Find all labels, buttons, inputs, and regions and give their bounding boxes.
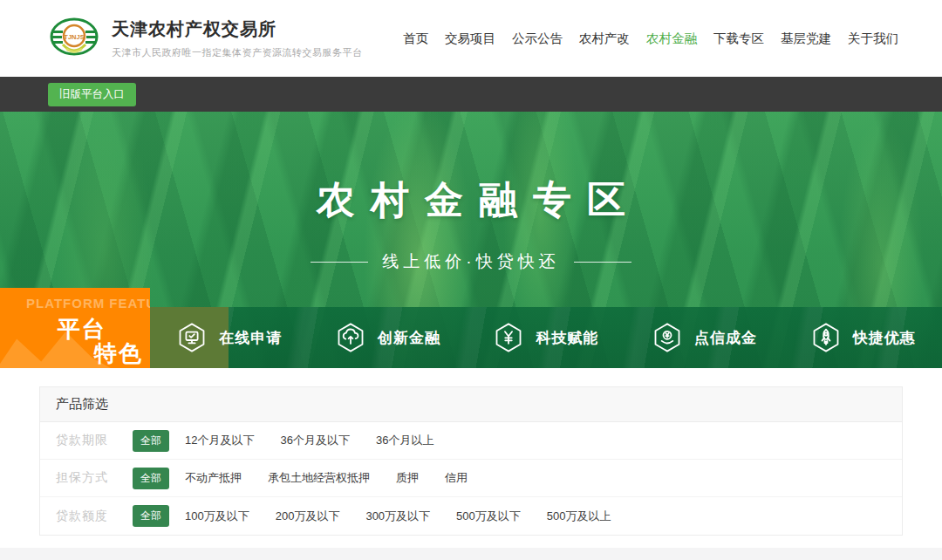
banner-title: 农村金融专区 [0,174,942,226]
rocket-icon [810,322,842,353]
monitor-check-icon [176,322,208,353]
filter-option[interactable]: 不动产抵押 [185,470,242,486]
yuan-icon [493,322,524,353]
feature-bar: 在线申请 创新金融 科技赋能 点信成金 [150,307,942,368]
feature-credit-to-gold[interactable]: 点信成金 [625,307,784,368]
filter-option[interactable]: 200万及以下 [276,509,340,524]
feature-label: 在线申请 [219,328,282,348]
site-title: 天津农村产权交易所 [112,17,363,41]
filter-option[interactable]: 300万及以下 [365,509,430,524]
secondary-topbar: 旧版平台入口 [0,77,942,112]
filter-option[interactable]: 36个月及以下 [280,433,349,448]
filter-label: 担保方式 [56,470,133,486]
filter-option[interactable]: 信用 [445,470,468,486]
feature-innovative-finance[interactable]: 创新金融 [309,307,468,368]
site-subtitle: 天津市人民政府唯一指定集体资产资源流转交易服务平台 [112,46,363,59]
filter-row-loan-amount: 贷款额度 全部 100万及以下200万及以下300万及以下500万及以下500万… [40,497,902,535]
hand-coin-icon [652,322,683,353]
filter-options: 100万及以下200万及以下300万及以下500万及以下500万及以上 [185,509,638,524]
filter-option[interactable]: 500万及以下 [456,509,521,524]
feature-tech-empowerment[interactable]: 科技赋能 [467,307,625,368]
subtitle-right-rule [574,262,631,263]
features-eyebrow: PLATFORM FEATURES [26,296,150,311]
site-logo: TJNJS [49,13,99,64]
platform-features-ribbon: PLATFORM FEATURES 平台 特色 [0,288,150,368]
filter-option[interactable]: 12个月及以下 [185,433,254,448]
filter-options: 12个月及以下36个月及以下36个月以上 [185,433,460,448]
filter-option[interactable]: 承包土地经营权抵押 [268,470,370,486]
all-filter-button[interactable]: 全部 [133,430,169,452]
product-filter-panel: 产品筛选 贷款期限 全部 12个月及以下36个月及以下36个月以上 担保方式 全… [39,386,903,536]
filter-option[interactable]: 36个月以上 [376,433,433,448]
nav-rural-finance[interactable]: 农村金融 [646,31,697,47]
svg-text:TJNJS: TJNJS [64,33,84,41]
feature-label: 科技赋能 [536,328,598,348]
banner-subtitle: 线上低价·快贷快还 [382,250,559,273]
footer-strip [0,548,942,560]
nav-public-notice[interactable]: 公示公告 [512,31,563,47]
filter-option[interactable]: 质押 [396,470,419,486]
filter-row-guarantee-type: 担保方式 全部 不动产抵押承包土地经营权抵押质押信用 [40,460,902,497]
feature-label: 快捷优惠 [853,328,916,348]
subtitle-left-rule [311,262,368,263]
feature-online-apply[interactable]: 在线申请 [150,307,309,368]
filter-panel-title: 产品筛选 [40,387,902,422]
filter-option[interactable]: 500万及以上 [547,509,611,524]
filter-row-loan-term: 贷款期限 全部 12个月及以下36个月及以下36个月以上 [40,422,902,460]
filter-label: 贷款期限 [56,433,133,448]
feature-quick-discount[interactable]: 快捷优惠 [783,307,942,368]
nav-trade-projects[interactable]: 交易项目 [445,31,495,47]
main-nav: 首页 交易项目 公示公告 农村产改 农村金融 下载专区 基层党建 关于我们 [403,31,898,47]
nav-home[interactable]: 首页 [403,31,428,47]
nav-downloads[interactable]: 下载专区 [713,31,764,47]
all-filter-button[interactable]: 全部 [133,468,169,489]
feature-label: 点信成金 [694,328,757,348]
cloud-upload-icon [335,322,366,353]
nav-rural-reform[interactable]: 农村产改 [579,31,630,47]
filter-option[interactable]: 100万及以下 [185,509,249,524]
all-filter-button[interactable]: 全部 [133,505,169,527]
filter-label: 贷款额度 [56,509,133,524]
filter-options: 不动产抵押承包土地经营权抵押质押信用 [185,470,494,486]
old-platform-entry-button[interactable]: 旧版平台入口 [48,83,136,106]
nav-party-building[interactable]: 基层党建 [781,31,831,47]
site-header: TJNJS 天津农村产权交易所 天津市人民政府唯一指定集体资产资源流转交易服务平… [0,0,942,77]
feature-label: 创新金融 [378,328,440,348]
hero-banner: 农村金融专区 线上低价·快贷快还 PLATFORM FEATURES 平台 特色… [0,112,942,368]
features-title-line2: 特色 [94,338,143,368]
nav-about-us[interactable]: 关于我们 [848,31,898,47]
banner-subtitle-row: 线上低价·快贷快还 [0,250,942,273]
brand[interactable]: TJNJS 天津农村产权交易所 天津市人民政府唯一指定集体资产资源流转交易服务平… [49,13,363,64]
